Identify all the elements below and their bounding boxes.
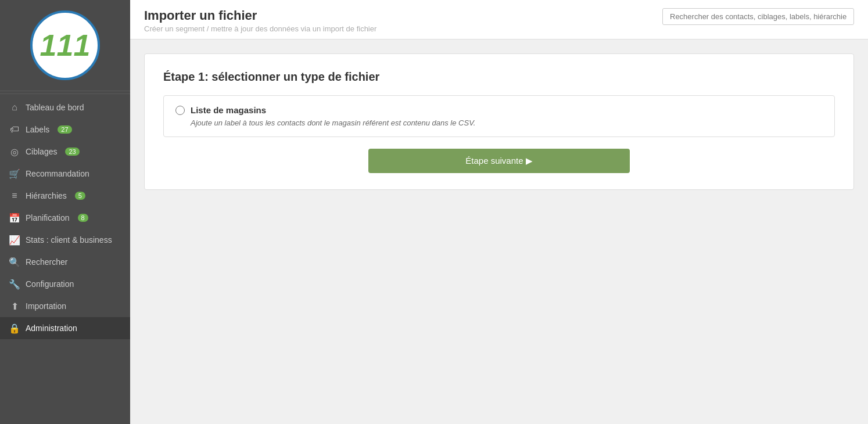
file-types-list: Liste de magasinsAjoute un label à tous … [163,95,835,137]
sidebar-item-planification[interactable]: 📅Planification8 [0,207,130,229]
sidebar-item-label-importation: Importation [26,301,66,311]
badge-planification: 8 [78,214,88,222]
search-input[interactable] [662,8,854,25]
home-icon: ⌂ [9,102,20,113]
badge-labels: 27 [58,125,71,134]
sidebar-item-hierarchies[interactable]: ≡Hiérarchies5 [0,185,130,207]
upload-icon: ⬆ [9,301,20,311]
logo-text: 111 [40,30,91,60]
sidebar: 111 ⌂Tableau de bord🏷Labels27◎Ciblages23… [0,0,130,424]
sidebar-item-stats[interactable]: 📈Stats : client & business [0,229,130,251]
badge-ciblages: 23 [65,148,79,156]
radio-liste-magasins[interactable] [175,106,185,115]
cart-icon: 🛒 [9,168,20,179]
sidebar-item-ciblages[interactable]: ◎Ciblages23 [0,141,130,163]
page-title: Importer un fichier [144,8,376,23]
sidebar-item-configuration[interactable]: 🔧Configuration [0,273,130,295]
sidebar-item-label-rechercher: Rechercher [26,257,67,267]
topbar: Importer un fichier Créer un segment / m… [130,0,868,39]
page-title-area: Importer un fichier Créer un segment / m… [144,8,376,33]
sidebar-item-tableau-de-bord[interactable]: ⌂Tableau de bord [0,96,130,118]
sidebar-item-label-stats: Stats : client & business [26,235,112,245]
sidebar-item-recommandation[interactable]: 🛒Recommandation [0,163,130,185]
sidebar-item-labels[interactable]: 🏷Labels27 [0,118,130,141]
sidebar-item-importation[interactable]: ⬆Importation [0,295,130,317]
target-icon: ◎ [9,146,20,157]
step-card: Étape 1: sélectionner un type de fichier… [144,53,854,190]
list-icon: ≡ [9,191,20,201]
main-content: Importer un fichier Créer un segment / m… [130,0,868,424]
nav-list: ⌂Tableau de bord🏷Labels27◎Ciblages23🛒Rec… [0,96,130,339]
search-icon: 🔍 [9,257,20,267]
badge-hierarchies: 5 [75,192,85,200]
stats-icon: 📈 [9,235,20,245]
calendar-icon: 📅 [9,213,20,223]
step-title: Étape 1: sélectionner un type de fichier [163,70,835,84]
wrench-icon: 🔧 [9,279,20,289]
sidebar-item-administration[interactable]: 🔒Administration [0,317,130,339]
tag-icon: 🏷 [9,124,20,135]
sidebar-item-label-configuration: Configuration [26,279,74,289]
logo-area: 111 [0,0,130,91]
next-step-button[interactable]: Étape suivante ▶ [368,149,630,173]
sidebar-item-label-tableau-de-bord: Tableau de bord [26,103,84,112]
sidebar-item-label-recommandation: Recommandation [26,169,89,178]
radio-description-liste-magasins: Ajoute un label à tous les contacts dont… [191,118,823,127]
sidebar-item-rechercher[interactable]: 🔍Rechercher [0,251,130,273]
sidebar-item-label-planification: Planification [26,213,70,222]
lock-icon: 🔒 [9,323,20,333]
file-type-option-liste-magasins: Liste de magasinsAjoute un label à tous … [163,95,835,137]
radio-label-row-liste-magasins: Liste de magasins [175,105,823,115]
sidebar-item-label-labels: Labels [26,125,49,134]
radio-label-liste-magasins: Liste de magasins [191,105,266,115]
logo-circle: 111 [30,10,100,80]
sidebar-item-label-ciblages: Ciblages [26,147,57,156]
sidebar-item-label-hierarchies: Hiérarchies [26,191,67,200]
content-area: Étape 1: sélectionner un type de fichier… [130,39,868,424]
sidebar-item-label-administration: Administration [26,324,77,333]
page-subtitle: Créer un segment / mettre à jour des don… [144,24,376,33]
